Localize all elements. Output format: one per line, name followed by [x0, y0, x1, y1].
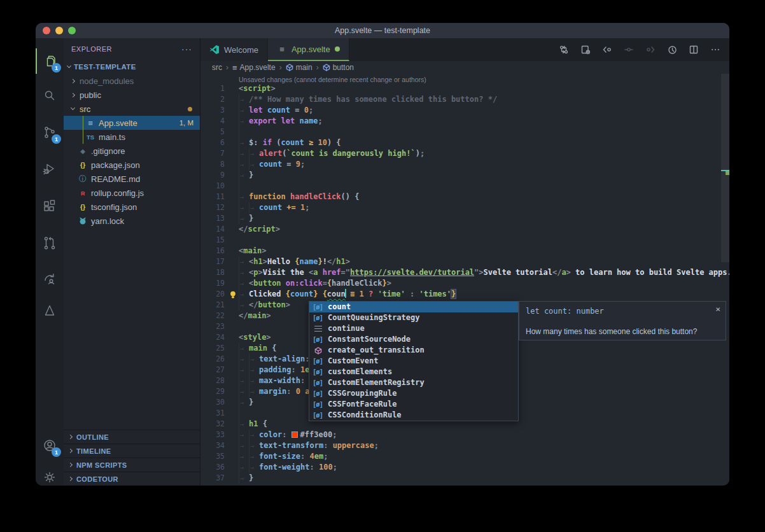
code-line-11[interactable]: 11function handleClick() { — [200, 192, 720, 202]
folder-root-test-template[interactable]: TEST-TEMPLATE — [64, 60, 200, 74]
gitlens-compare-icon[interactable] — [556, 42, 572, 57]
file-.gitignore[interactable]: ◆.gitignore — [64, 144, 200, 158]
git-status-badge: 1, M — [179, 119, 193, 127]
titlebar[interactable]: App.svelte — test-template — [36, 23, 729, 38]
code-line-19[interactable]: 19<button on:click={handleClick}> — [200, 278, 720, 289]
suggest-item-CSSConditionRule[interactable]: [ø]CSSConditionRule — [309, 410, 518, 421]
section-timeline[interactable]: TIMELINE — [64, 444, 200, 458]
editor-scrollbar[interactable] — [721, 74, 729, 262]
suggest-item-CSSFontFaceRule[interactable]: [ø]CSSFontFaceRule — [309, 399, 518, 410]
folder-src[interactable]: src — [64, 102, 200, 116]
file-rollup.config.js[interactable]: ʀrollup.config.js — [64, 186, 200, 200]
code-line-8[interactable]: 8count = 9; — [200, 159, 720, 170]
activity-account-icon[interactable]: 1 — [36, 433, 64, 458]
suggest-item-count[interactable]: [ø]count — [309, 302, 518, 312]
suggest-item-CustomElementRegistry[interactable]: [ø]CustomElementRegistry — [309, 377, 518, 388]
tab-welcome[interactable]: Welcome — [200, 38, 268, 61]
breadcrumb-app-svelte[interactable]: ≡App.svelte — [232, 63, 276, 72]
folder-node_modules[interactable]: node_modules — [64, 74, 200, 88]
section-npm-scripts[interactable]: NPM SCRIPTS — [64, 458, 200, 472]
code-line-33[interactable]: 33color: #ff3e00; — [200, 430, 720, 440]
code-line-12[interactable]: 12count += 1; — [200, 202, 720, 213]
tab-app-svelte[interactable]: ≡App.svelte — [268, 38, 349, 61]
file-App.svelte[interactable]: ≡App.svelte1, M — [64, 116, 200, 130]
section-codetour[interactable]: CODETOUR — [64, 472, 200, 486]
zoom-window-button[interactable] — [68, 27, 76, 34]
code-line-7[interactable]: 7alert(`count is dangerously high!`); — [200, 148, 720, 159]
code-line-6[interactable]: 6$: if (count ≥ 10) { — [200, 137, 720, 148]
code-line-36[interactable]: 36font-weight: 100; — [200, 462, 720, 473]
previous-change-icon[interactable] — [600, 42, 615, 57]
activity-github-pr-icon[interactable] — [36, 230, 64, 256]
suggest-item-customElements[interactable]: [ø]customElements — [309, 367, 518, 377]
section-outline[interactable]: OUTLINE — [64, 430, 200, 444]
line-number: 17 — [200, 256, 225, 267]
code-line-1[interactable]: 1<script> — [200, 83, 720, 94]
file-package.json[interactable]: {}package.json — [64, 158, 200, 172]
code-line-4[interactable]: 4export let name; — [200, 116, 720, 127]
lightbulb-icon[interactable] — [228, 290, 237, 299]
change-dot-icon[interactable] — [621, 42, 636, 57]
file-tsconfig.json[interactable]: {}tsconfig.json — [64, 200, 200, 214]
suggest-item-CountQueuingStrategy[interactable]: [ø]CountQueuingStrategy — [309, 312, 518, 323]
breadcrumb-button[interactable]: button — [323, 63, 354, 72]
symbol-cube-icon — [286, 64, 293, 71]
activity-run-debug-icon[interactable] — [36, 157, 64, 182]
file-history-icon[interactable] — [664, 42, 680, 57]
code-line-9[interactable]: 9} — [200, 170, 720, 181]
suggest-item-create_out_transition[interactable]: create_out_transition — [309, 345, 518, 356]
code-line-3[interactable]: 3let count = 0; — [200, 105, 720, 116]
folder-public[interactable]: public — [64, 88, 200, 102]
file-main.ts[interactable]: TSmain.ts — [64, 130, 200, 144]
code-line-13[interactable]: 13} — [200, 213, 720, 224]
code-line-15[interactable]: 15 — [200, 235, 720, 246]
suggest-widget: [ø]count[ø]CountQueuingStrategycontinue[… — [309, 301, 519, 421]
activity-azure-icon[interactable] — [36, 298, 64, 323]
explorer-more-actions-icon[interactable]: ··· — [181, 44, 192, 54]
suggest-item-ConstantSourceNode[interactable]: [ø]ConstantSourceNode — [309, 334, 518, 345]
next-change-icon[interactable] — [643, 42, 658, 57]
more-actions-icon[interactable] — [708, 42, 723, 57]
line-number: 31 — [200, 408, 225, 419]
code-line-16[interactable]: 16<main> — [200, 246, 720, 256]
activity-explorer-icon[interactable]: 1 — [36, 48, 64, 74]
line-number: 23 — [200, 321, 225, 332]
activity-source-control-icon[interactable]: 1 — [36, 120, 64, 145]
minimize-window-button[interactable] — [55, 27, 63, 34]
line-number: 4 — [200, 116, 225, 127]
file-README.md[interactable]: ⓘREADME.md — [64, 172, 200, 186]
code-line-37[interactable]: 37} — [200, 473, 720, 484]
code-line-35[interactable]: 35font-size: 4em; — [200, 451, 720, 462]
file-yarn.lock[interactable]: yarn.lock — [64, 214, 200, 228]
editor-content[interactable]: Unsaved changes (cannot determine recent… — [200, 74, 729, 486]
close-window-button[interactable] — [43, 27, 50, 34]
code-line-2[interactable]: 2/** How many times has someone clicked … — [200, 94, 720, 105]
breadcrumb-separator: › — [316, 63, 319, 72]
suggest-item-CSSGroupingRule[interactable]: [ø]CSSGroupingRule — [309, 388, 518, 399]
suggest-item-continue[interactable]: continue — [309, 323, 518, 334]
symbol-variable-icon: [ø] — [312, 302, 324, 312]
line-number: 9 — [200, 170, 225, 181]
split-editor-icon[interactable] — [686, 42, 701, 57]
modified-dot — [335, 46, 340, 52]
code-line-20[interactable]: 20Clicked {count} {coun ≡ 1 ? 'time' : '… — [200, 289, 720, 300]
line-number: 22 — [200, 311, 225, 321]
activity-search-icon[interactable] — [36, 83, 64, 108]
activity-extensions-icon[interactable] — [36, 193, 64, 219]
code-line-18[interactable]: 18<p>Visit the <a href="https://svelte.d… — [200, 267, 720, 278]
open-changes-icon[interactable] — [578, 42, 593, 57]
codelens-annotation[interactable]: Unsaved changes (cannot determine recent… — [239, 76, 426, 83]
code-line-34[interactable]: 34text-transform: uppercase; — [200, 440, 720, 451]
close-icon[interactable]: × — [715, 304, 720, 314]
breadcrumb-src[interactable]: src — [212, 63, 222, 72]
suggest-item-CustomEvent[interactable]: [ø]CustomEvent — [309, 356, 518, 367]
activity-live-share-icon[interactable] — [36, 266, 64, 291]
code-line-17[interactable]: 17<h1>Hello {name}!</h1> — [200, 256, 720, 267]
code-line-5[interactable]: 5 — [200, 127, 720, 137]
line-number: 14 — [200, 224, 225, 235]
code-line-14[interactable]: 14</script> — [200, 224, 720, 235]
breadcrumb-main[interactable]: main — [286, 63, 312, 72]
code-line-10[interactable]: 10 — [200, 181, 720, 192]
activity-settings-icon[interactable] — [36, 465, 64, 486]
json-file-icon: {} — [78, 161, 88, 169]
